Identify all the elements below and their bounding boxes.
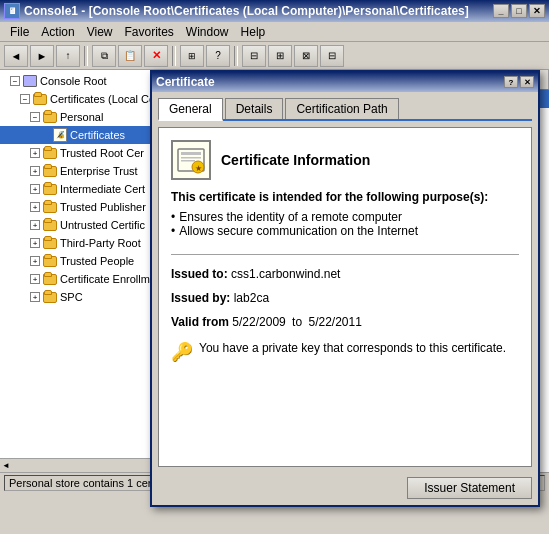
copy-button[interactable]: ⧉ [92,45,116,67]
tree-item-certificates-local[interactable]: − Certificates (Local Com [0,90,159,108]
expander-third-party[interactable]: + [30,238,40,248]
toolbar-btn-7[interactable]: ⊠ [294,45,318,67]
tree-label-trusted-root: Trusted Root Cer [60,147,144,159]
tree-item-untrusted[interactable]: + Untrusted Certific [0,216,159,234]
tree-label-enterprise-trust: Enterprise Trust [60,165,138,177]
title-bar: 🖥 Console1 - [Console Root\Certificates … [0,0,549,22]
toolbar-btn-6[interactable]: ⊞ [268,45,292,67]
minimize-button[interactable]: _ [493,4,509,18]
folder-icon-trusted-root [42,145,58,161]
dialog-close-button[interactable]: ✕ [520,76,534,88]
folder-icon-personal [42,109,58,125]
folder-icon-spc [42,289,58,305]
key-icon: 🔑 [171,341,193,363]
menu-action[interactable]: Action [35,23,80,41]
cert-private-key: 🔑 You have a private key that correspond… [171,341,519,363]
menu-help[interactable]: Help [235,23,272,41]
folder-icon-trusted-publisher [42,199,58,215]
expander-trusted-publisher[interactable]: + [30,202,40,212]
cert-divider [171,254,519,255]
tree-item-trusted-people[interactable]: + Trusted People [0,252,159,270]
close-button[interactable]: ✕ [529,4,545,18]
tree-panel: − Console Root − Certificates (Local Com… [0,70,160,472]
menu-view[interactable]: View [81,23,119,41]
menu-window[interactable]: Window [180,23,235,41]
tree-item-third-party[interactable]: + Third-Party Root [0,234,159,252]
valid-to-separator: to [292,315,302,329]
issuer-statement-button[interactable]: Issuer Statement [407,477,532,499]
menu-file[interactable]: File [4,23,35,41]
folder-icon-untrusted [42,217,58,233]
expander-certificates-local[interactable]: − [20,94,30,104]
dialog-footer: Issuer Statement [152,473,538,505]
properties-button[interactable]: ⊞ [180,45,204,67]
tab-certification-path[interactable]: Certification Path [285,98,398,119]
expander-intermediate[interactable]: + [30,184,40,194]
tree-label-untrusted: Untrusted Certific [60,219,145,231]
dialog-title: Certificate [156,75,502,89]
folder-icon-third-party [42,235,58,251]
expander-trusted-people[interactable]: + [30,256,40,266]
cert-title: Certificate Information [221,152,370,168]
expander-certificates [40,130,50,140]
expander-spc[interactable]: + [30,292,40,302]
toolbar-btn-5[interactable]: ⊟ [242,45,266,67]
tree-label-certificates-local: Certificates (Local Com [50,93,159,105]
tree-item-intermediate[interactable]: + Intermediate Cert [0,180,159,198]
help-button[interactable]: ? [206,45,230,67]
forward-button[interactable]: ► [30,45,54,67]
expander-personal[interactable]: − [30,112,40,122]
up-button[interactable]: ↑ [56,45,80,67]
delete-button[interactable]: ✕ [144,45,168,67]
issued-to-value: css1.carbonwind.net [231,267,340,281]
tree-item-enterprise-trust[interactable]: + Enterprise Trust [0,162,159,180]
valid-from-value: 5/22/2009 [232,315,285,329]
valid-from-label: Valid from [171,315,229,329]
toolbar: ◄ ► ↑ ⧉ 📋 ✕ ⊞ ? ⊟ ⊞ ⊠ ⊟ [0,42,549,70]
menu-favorites[interactable]: Favorites [119,23,180,41]
window-title: Console1 - [Console Root\Certificates (L… [24,4,493,18]
folder-icon-intermediate [42,181,58,197]
certificate-dialog: Certificate ? ✕ General Details Certific… [150,70,540,507]
maximize-button[interactable]: □ [511,4,527,18]
cert-big-icon: ★ [171,140,211,180]
tree-item-console-root[interactable]: − Console Root [0,72,159,90]
tree-scrollbar[interactable]: ◄ ► [0,458,159,472]
folder-icon-cert-enrollment [42,271,58,287]
expander-console-root[interactable]: − [10,76,20,86]
app-icon: 🖥 [4,3,20,19]
tab-details[interactable]: Details [225,98,284,119]
tab-general[interactable]: General [158,98,223,121]
dialog-help-button[interactable]: ? [504,76,518,88]
tree-label-intermediate: Intermediate Cert [60,183,145,195]
svg-text:★: ★ [195,164,202,173]
tree-label-trusted-people: Trusted People [60,255,134,267]
folder-icon-enterprise-trust [42,163,58,179]
expander-trusted-root[interactable]: + [30,148,40,158]
tree-item-cert-enrollment[interactable]: + Certificate Enrollm [0,270,159,288]
tree-item-certificates[interactable]: 🔏 Certificates [0,126,159,144]
cert-field-issued-by: Issued by: lab2ca [171,291,519,305]
tree-label-personal: Personal [60,111,103,123]
valid-to-value: 5/22/2011 [308,315,361,329]
cert-field-issued-to: Issued to: css1.carbonwind.net [171,267,519,281]
tree-item-personal[interactable]: − Personal [0,108,159,126]
tree-label-certificates: Certificates [70,129,125,141]
menu-bar: File Action View Favorites Window Help [0,22,549,42]
tree-item-trusted-root[interactable]: + Trusted Root Cer [0,144,159,162]
tree-item-trusted-publisher[interactable]: + Trusted Publisher [0,198,159,216]
paste-button[interactable]: 📋 [118,45,142,67]
toolbar-btn-8[interactable]: ⊟ [320,45,344,67]
toolbar-separator-3 [234,46,238,66]
tree-label-cert-enrollment: Certificate Enrollm [60,273,150,285]
expander-enterprise-trust[interactable]: + [30,166,40,176]
private-key-text: You have a private key that corresponds … [199,341,506,355]
issued-by-value: lab2ca [234,291,269,305]
cert-icon-node: 🔏 [52,127,68,143]
dialog-title-bar: Certificate ? ✕ [152,72,538,92]
tree-item-spc[interactable]: + SPC [0,288,159,306]
expander-untrusted[interactable]: + [30,220,40,230]
back-button[interactable]: ◄ [4,45,28,67]
expander-cert-enrollment[interactable]: + [30,274,40,284]
cert-purposes-list: Ensures the identity of a remote compute… [171,210,519,238]
